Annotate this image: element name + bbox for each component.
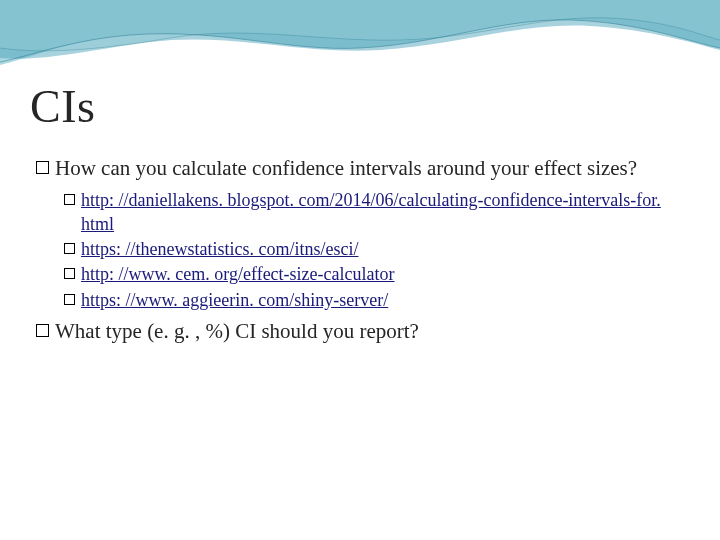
bullet-link-4: https: //www. aggieerin. com/shiny-serve…	[64, 289, 690, 312]
bullet-text: How can you calculate confidence interva…	[55, 155, 690, 181]
bullet-main-2: What type (e. g. , %) CI should you repo…	[30, 318, 690, 344]
bullet-icon	[36, 161, 49, 174]
link-cem[interactable]: http: //www. cem. org/effect-size-calcul…	[81, 264, 395, 284]
bullet-link-3: http: //www. cem. org/effect-size-calcul…	[64, 263, 690, 286]
bullet-icon	[64, 243, 75, 254]
slide-title: CIs	[30, 80, 690, 133]
bullet-icon	[64, 194, 75, 205]
bullet-icon	[36, 324, 49, 337]
link-aggieerin[interactable]: https: //www. aggieerin. com/shiny-serve…	[81, 290, 388, 310]
bullet-icon	[64, 294, 75, 305]
bullet-text: What type (e. g. , %) CI should you repo…	[55, 318, 690, 344]
sub-bullet-group: http: //daniellakens. blogspot. com/2014…	[30, 189, 690, 312]
bullet-link-2: https: //thenewstatistics. com/itns/esci…	[64, 238, 690, 261]
bullet-main-1: How can you calculate confidence interva…	[30, 155, 690, 181]
bullet-icon	[64, 268, 75, 279]
link-daniellakens[interactable]: http: //daniellakens. blogspot. com/2014…	[81, 190, 661, 233]
link-thenewstatistics[interactable]: https: //thenewstatistics. com/itns/esci…	[81, 239, 358, 259]
bullet-link-1: http: //daniellakens. blogspot. com/2014…	[64, 189, 690, 236]
slide-content: CIs How can you calculate confidence int…	[0, 0, 720, 372]
